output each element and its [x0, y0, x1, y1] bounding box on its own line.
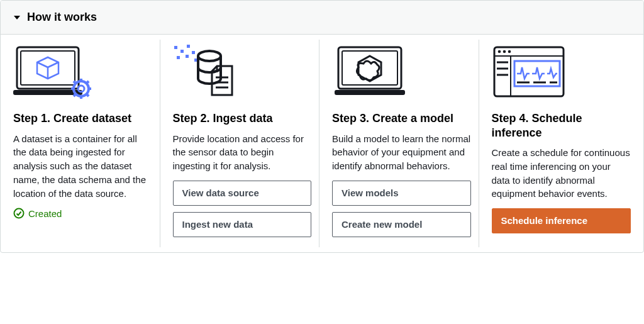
- schedule-inference-icon: [492, 43, 631, 106]
- step-title: Step 1. Create dataset: [13, 111, 152, 126]
- ingest-new-data-button[interactable]: Ingest new data: [173, 212, 312, 237]
- svg-rect-19: [187, 45, 190, 48]
- step-schedule-inference: Step 4. Schedule inference Create a sche…: [484, 40, 638, 247]
- svg-rect-22: [192, 51, 195, 54]
- svg-line-13: [86, 94, 89, 96]
- create-new-model-button[interactable]: Create new model: [332, 212, 471, 237]
- status-badge: Created: [13, 208, 152, 219]
- svg-point-7: [78, 86, 84, 92]
- caret-down-icon: [13, 14, 21, 21]
- svg-point-34: [497, 50, 501, 53]
- svg-point-35: [502, 50, 506, 53]
- svg-point-16: [14, 209, 24, 218]
- svg-point-36: [508, 50, 511, 53]
- svg-rect-21: [186, 55, 189, 58]
- step-create-dataset: Step 1. Create dataset A dataset is a co…: [6, 40, 160, 247]
- svg-point-24: [198, 51, 221, 61]
- step-description: Provide location and access for the sens…: [173, 132, 312, 173]
- step-description: Create a schedule for continuous real ti…: [492, 146, 631, 201]
- svg-rect-3: [13, 90, 82, 95]
- status-text: Created: [28, 208, 62, 219]
- panel-title: How it works: [27, 11, 97, 24]
- model-laptop-icon: [332, 43, 471, 106]
- svg-line-12: [74, 81, 76, 84]
- step-create-model: Step 3. Create a model Build a model to …: [325, 40, 479, 247]
- check-circle-icon: [13, 208, 25, 219]
- step-ingest-data: Step 2. Ingest data Provide location and…: [165, 40, 320, 247]
- svg-rect-30: [335, 90, 405, 95]
- dataset-laptop-icon: [13, 43, 152, 106]
- svg-marker-0: [14, 16, 20, 20]
- how-it-works-panel: How it works: [0, 0, 644, 253]
- svg-rect-18: [180, 50, 184, 53]
- view-models-button[interactable]: View models: [332, 181, 471, 206]
- svg-rect-32: [494, 47, 564, 96]
- step-title: Step 2. Ingest data: [173, 111, 312, 126]
- svg-rect-17: [174, 46, 177, 49]
- schedule-inference-button[interactable]: Schedule inference: [492, 208, 631, 233]
- step-title: Step 4. Schedule inference: [492, 111, 631, 140]
- ingest-data-icon: [173, 43, 312, 106]
- svg-line-15: [74, 94, 76, 96]
- step-description: Build a model to learn the normal behavi…: [332, 132, 471, 173]
- svg-line-14: [86, 81, 89, 84]
- panel-header[interactable]: How it works: [1, 1, 643, 35]
- svg-rect-20: [177, 56, 180, 59]
- steps-row: Step 1. Create dataset A dataset is a co…: [1, 35, 643, 252]
- step-description: A dataset is a container for all the dat…: [13, 132, 152, 201]
- svg-marker-31: [358, 56, 381, 81]
- view-data-source-button[interactable]: View data source: [173, 181, 312, 206]
- step-title: Step 3. Create a model: [332, 111, 471, 126]
- svg-rect-28: [338, 47, 401, 89]
